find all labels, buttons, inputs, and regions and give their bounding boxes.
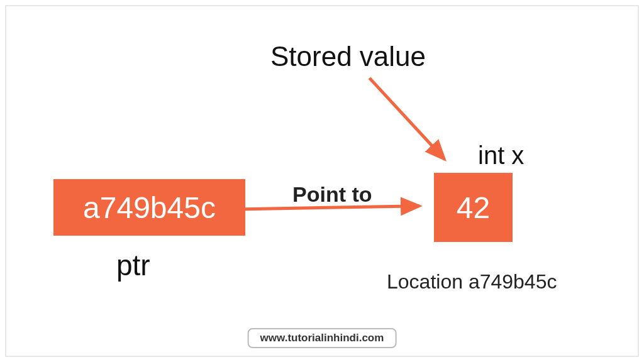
stored-value-label: Stored value [270,41,426,72]
watermark-label: www.tutorialinhindi.com [248,328,397,348]
stored-value-text: 42 [457,190,490,225]
point-to-label: Point to [292,182,372,207]
stored-value-arrow [369,78,444,159]
pointer-value-text: a749b45c [83,190,216,225]
ptr-label: ptr [116,248,150,282]
diagram-canvas: Stored value int x a749b45c 42 Point to … [5,5,639,357]
location-label: Location a749b45c [387,270,557,293]
int-x-label: int x [478,141,524,170]
pointer-box: a749b45c [53,179,245,236]
value-box: 42 [434,173,513,242]
